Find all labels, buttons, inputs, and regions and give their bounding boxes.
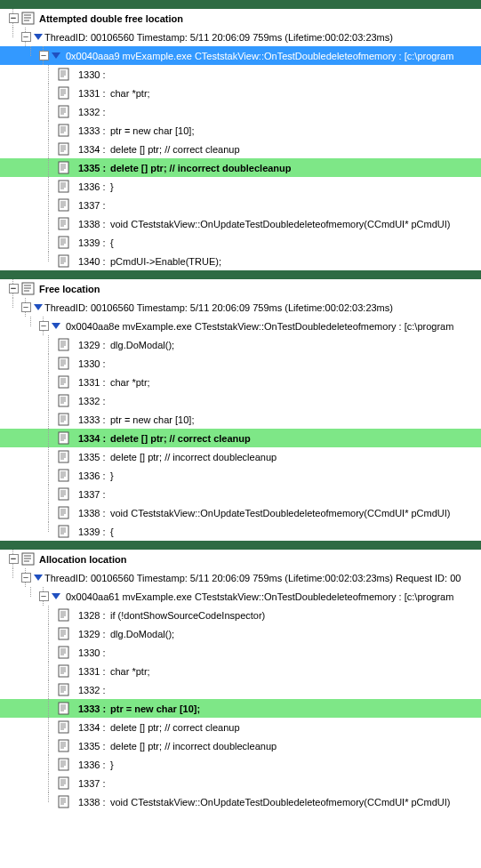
source-line-text: 1331 : char *ptr; (75, 88, 481, 99)
expander-icon[interactable]: − (20, 28, 32, 46)
expander-icon[interactable]: − (20, 298, 32, 317)
line-code: void CTeststakView::OnUpdateTestDoublede… (110, 219, 451, 229)
document-icon (57, 142, 71, 157)
line-code: { (110, 526, 114, 537)
tree-connector (43, 662, 55, 680)
source-line-text: 1338 :void CTeststakView::OnUpdateTestDo… (75, 219, 481, 229)
line-number: 1340 : (78, 256, 110, 267)
source-line-row[interactable]: 1329 : dlg.DoModal(); (0, 624, 481, 643)
source-line-row[interactable]: 1335 : delete [] ptr; // incorrect doubl… (0, 158, 481, 177)
triangle-icon (34, 575, 43, 581)
tree-connector (43, 410, 55, 429)
line-number: 1337 : (78, 200, 110, 211)
section: −Free location−ThreadID: 00106560 Timest… (0, 270, 481, 541)
source-line-row[interactable]: 1337 : (0, 196, 481, 214)
source-line-text: 1328 : if (!dontShowSourceCodeInspector) (75, 610, 481, 621)
source-line-text: 1338 :void CTeststakView::OnUpdateTestDo… (75, 797, 481, 808)
source-line-text: 1332 : (75, 685, 481, 695)
source-line-text: 1332 : (75, 396, 481, 406)
source-line-row[interactable]: 1332 : (0, 102, 481, 121)
source-line-text: 1333 : ptr = new char [10]; (75, 414, 481, 425)
source-line-row[interactable]: 1331 : char *ptr; (0, 662, 481, 680)
thread-row[interactable]: −ThreadID: 00106560 Timestamp: 5/11 20:0… (0, 298, 481, 317)
source-line-row[interactable]: 1330 : (0, 643, 481, 662)
source-line-row[interactable]: 1332 : (0, 680, 481, 699)
section-title-row[interactable]: −Allocation location (0, 550, 481, 568)
source-line-row[interactable]: 1339 :{ (0, 522, 481, 541)
source-line-row[interactable]: 1331 : char *ptr; (0, 84, 481, 102)
expander-icon[interactable]: − (7, 279, 20, 298)
source-line-text: 1335 : delete [] ptr; // incorrect doubl… (75, 163, 481, 173)
line-code: ptr = new char [10]; (110, 414, 194, 425)
stack-frame-label: 0x0040aa8e mvExample.exe CTeststakView::… (62, 321, 481, 332)
section-title-row[interactable]: −Attempted double free location (0, 9, 481, 28)
triangle-icon (34, 34, 43, 40)
source-line-row[interactable]: 1338 :void CTeststakView::OnUpdateTestDo… (0, 214, 481, 233)
source-line-row[interactable]: 1334 : delete [] ptr; // correct cleanup (0, 718, 481, 736)
source-line-row[interactable]: 1336 :} (0, 177, 481, 196)
source-line-row[interactable]: 1329 : dlg.DoModal(); (0, 335, 481, 354)
expander-icon[interactable]: − (37, 46, 50, 65)
section-bar (0, 0, 481, 9)
line-code: if (!dontShowSourceCodeInspector) (110, 610, 265, 621)
expander-icon[interactable]: − (7, 9, 20, 28)
stack-frame-row[interactable]: −0x0040aa61 mvExample.exe CTeststakView:… (0, 587, 481, 606)
line-number: 1336 : (78, 181, 110, 192)
source-line-text: 1336 :} (75, 760, 481, 770)
source-line-row[interactable]: 1340 : pCmdUI->Enable(TRUE); (0, 252, 481, 270)
line-number: 1339 : (78, 237, 110, 248)
section-title-row[interactable]: −Free location (0, 279, 481, 298)
source-line-row[interactable]: 1339 :{ (0, 233, 481, 252)
line-number: 1334 : (78, 144, 110, 155)
expander-icon[interactable]: − (37, 317, 50, 335)
source-line-row[interactable]: 1337 : (0, 485, 481, 503)
source-line-row[interactable]: 1333 : ptr = new char [10]; (0, 121, 481, 140)
section-title: Free location (39, 284, 100, 294)
line-number: 1332 : (78, 107, 110, 117)
source-line-row[interactable]: 1332 : (0, 391, 481, 410)
source-line-row[interactable]: 1334 : delete [] ptr; // correct cleanup (0, 140, 481, 158)
tree-connector (7, 568, 20, 587)
line-number: 1331 : (78, 88, 110, 99)
tree-connector (43, 140, 55, 158)
tree-connector (43, 65, 55, 84)
expander-icon[interactable]: − (37, 587, 50, 606)
line-code: char *ptr; (110, 88, 150, 99)
source-line-row[interactable]: 1336 :} (0, 466, 481, 485)
tree-connector (43, 335, 55, 354)
source-line-row[interactable]: 1333 : ptr = new char [10]; (0, 410, 481, 429)
source-line-text: 1333 : ptr = new char [10]; (75, 703, 481, 714)
source-line-row[interactable]: 1335 : delete [] ptr; // incorrect doubl… (0, 736, 481, 755)
thread-row[interactable]: −ThreadID: 00106560 Timestamp: 5/11 20:0… (0, 568, 481, 587)
source-line-row[interactable]: 1330 : (0, 65, 481, 84)
line-number: 1330 : (78, 69, 110, 80)
source-line-row[interactable]: 1333 : ptr = new char [10]; (0, 699, 481, 718)
source-line-text: 1335 : delete [] ptr; // incorrect doubl… (75, 452, 481, 462)
source-line-row[interactable]: 1336 :} (0, 755, 481, 774)
tree-connector (43, 121, 55, 140)
document-icon (57, 776, 71, 791)
source-line-row[interactable]: 1331 : char *ptr; (0, 373, 481, 391)
source-line-row[interactable]: 1335 : delete [] ptr; // incorrect doubl… (0, 447, 481, 466)
tree-connector (43, 485, 55, 503)
source-line-row[interactable]: 1334 : delete [] ptr; // correct cleanup (0, 429, 481, 447)
expander-icon[interactable]: − (20, 568, 32, 587)
document-icon (57, 525, 71, 539)
document-icon (57, 431, 71, 446)
source-line-row[interactable]: 1338 :void CTeststakView::OnUpdateTestDo… (0, 792, 481, 811)
line-number: 1335 : (78, 741, 110, 751)
source-line-text: 1336 :} (75, 470, 481, 481)
source-line-row[interactable]: 1330 : (0, 354, 481, 373)
source-line-row[interactable]: 1328 : if (!dontShowSourceCodeInspector) (0, 606, 481, 624)
source-line-row[interactable]: 1338 :void CTeststakView::OnUpdateTestDo… (0, 503, 481, 522)
thread-row[interactable]: −ThreadID: 00106560 Timestamp: 5/11 20:0… (0, 28, 481, 46)
line-code: delete [] ptr; // correct cleanup (110, 433, 251, 444)
stack-frame-row[interactable]: −0x0040aa8e mvExample.exe CTeststakView:… (0, 317, 481, 335)
line-code: delete [] ptr; // incorrect doublecleanu… (110, 163, 292, 173)
line-number: 1328 : (78, 610, 110, 621)
document-icon (57, 105, 71, 119)
expander-icon[interactable]: − (7, 550, 20, 568)
line-number: 1337 : (78, 489, 110, 500)
source-line-row[interactable]: 1337 : (0, 774, 481, 792)
stack-frame-row[interactable]: −0x0040aaa9 mvExample.exe CTeststakView:… (0, 46, 481, 65)
